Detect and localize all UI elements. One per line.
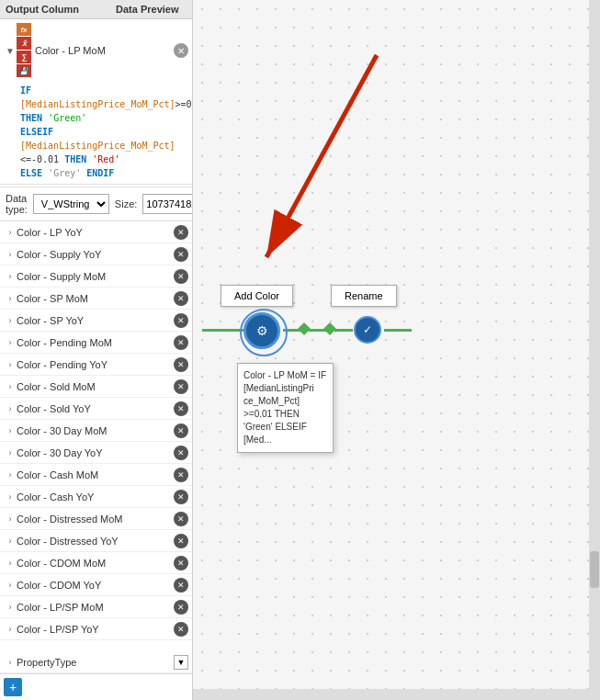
list-item[interactable]: › Color - LP/SP MoM ✕ (0, 596, 192, 618)
formula-icons: fx x̄ ∑ 💾 (17, 23, 33, 78)
row-chevron-icon: › (4, 228, 17, 237)
row-delete-icon[interactable]: ✕ (174, 291, 188, 306)
left-panel: Output Column Data Preview ▼ fx x̄ ∑ 💾 C… (0, 0, 193, 700)
row-delete-icon[interactable]: ✕ (174, 600, 188, 615)
row-delete-icon[interactable]: ✕ (174, 534, 188, 548)
size-input-container: ▲ ▼ (142, 194, 193, 214)
row-label: Color - CDOM YoY (17, 580, 174, 591)
list-item[interactable]: › Color - SP YoY ✕ (0, 310, 192, 332)
list-item[interactable]: › Color - Supply YoY ✕ (0, 243, 192, 265)
row-delete-icon[interactable]: ✕ (174, 490, 188, 504)
datatype-label: Data type: (6, 193, 28, 215)
row-delete-icon[interactable]: ✕ (174, 556, 188, 570)
scrollbar-thumb[interactable] (590, 551, 599, 588)
row-label: Color - Sold YoY (17, 403, 174, 414)
row-chevron-icon: › (4, 536, 17, 546)
row-delete-icon[interactable]: ✕ (174, 423, 188, 438)
row-chevron-icon: › (4, 360, 17, 369)
row-delete-icon[interactable]: ✕ (174, 401, 188, 416)
canvas-grid (193, 0, 600, 700)
row-label: Color - SP YoY (17, 315, 174, 326)
size-input[interactable] (143, 195, 193, 213)
list-container: › Color - LP YoY ✕ › Color - Supply YoY … (0, 221, 192, 651)
row-label: Color - Cash YoY (17, 491, 174, 502)
formula-node-icon: ⚙ (256, 323, 268, 338)
active-field-name: Color - LP MoM (35, 45, 174, 56)
row-delete-icon[interactable]: ✕ (174, 335, 188, 350)
row-label: Color - Supply MoM (17, 271, 174, 282)
row-chevron-icon: › (4, 603, 17, 612)
row-label: Color - Distressed MoM (17, 514, 174, 525)
list-item[interactable]: › Color - Supply MoM ✕ (0, 265, 192, 288)
row-chevron-icon: › (4, 316, 17, 325)
panel-header: Output Column Data Preview (0, 0, 192, 19)
row-label: Color - SP MoM (17, 293, 174, 304)
row-label: Color - 30 Day MoM (17, 425, 174, 436)
row-label: Color - Cash MoM (17, 469, 174, 480)
list-item[interactable]: › Color - Cash MoM ✕ (0, 464, 192, 486)
row-delete-icon[interactable]: ✕ (174, 313, 188, 328)
row-delete-icon[interactable]: ✕ (174, 379, 188, 394)
add-row: + (0, 673, 192, 700)
right-panel: Add Color Rename ⚙ ✓ Color - LP MoM = IF… (193, 0, 600, 700)
list-item[interactable]: › Color - CDOM MoM ✕ (0, 552, 192, 574)
active-row: ▼ fx x̄ ∑ 💾 Color - LP MoM ✕ IF [MedianL… (0, 19, 192, 187)
active-row-delete-icon[interactable]: ✕ (174, 43, 188, 58)
row-chevron-icon: › (4, 492, 17, 502)
formula-code: IF [MedianListingPrice_MoM_Pct]>=0.01 TH… (0, 80, 192, 185)
row-delete-icon[interactable]: ✕ (174, 578, 188, 593)
row-label: Color - Sold MoM (17, 381, 174, 392)
list-item[interactable]: › Color - Distressed MoM ✕ (0, 508, 192, 530)
right-scrollbar[interactable] (589, 0, 600, 700)
property-type-row[interactable]: › PropertyType ▼ (0, 651, 192, 673)
row-delete-icon[interactable]: ✕ (174, 446, 188, 460)
list-item[interactable]: › Color - 30 Day YoY ✕ (0, 442, 192, 464)
add-color-button[interactable]: Add Color (221, 285, 293, 307)
list-item[interactable]: › Color - Sold YoY ✕ (0, 398, 192, 420)
row-delete-icon[interactable]: ✕ (174, 468, 188, 482)
connector-line-mid3 (334, 329, 353, 332)
datatype-select[interactable]: V_WString WString String Int32 Double (33, 194, 109, 214)
row-chevron-icon: › (4, 448, 17, 457)
list-item[interactable]: › Color - Sold MoM ✕ (0, 376, 192, 398)
fx-icon: fx (17, 23, 31, 36)
data-preview-header: Data Preview (116, 4, 187, 15)
row-delete-icon[interactable]: ✕ (174, 269, 188, 284)
row-label: Color - 30 Day YoY (17, 447, 174, 458)
bottom-scrollbar[interactable] (193, 689, 589, 700)
list-item[interactable]: › Color - Pending YoY ✕ (0, 354, 192, 376)
list-item[interactable]: › Color - LP/SP YoY ✕ (0, 618, 192, 640)
row-chevron-icon: › (4, 581, 17, 590)
row-delete-icon[interactable]: ✕ (174, 247, 188, 262)
row-chevron-icon: › (4, 426, 17, 435)
row-delete-icon[interactable]: ✕ (174, 622, 188, 637)
row-delete-icon[interactable]: ✕ (174, 225, 188, 240)
row-expand-icon: › (4, 658, 17, 667)
chevron-down-icon[interactable]: ▼ (4, 44, 17, 57)
rename-button[interactable]: Rename (331, 285, 397, 307)
check-node[interactable]: ✓ (354, 316, 381, 344)
list-item[interactable]: › Color - SP MoM ✕ (0, 288, 192, 310)
output-column-header: Output Column (6, 4, 116, 15)
list-item[interactable]: › Color - CDOM YoY ✕ (0, 574, 192, 596)
list-item[interactable]: › Color - LP YoY ✕ (0, 221, 192, 243)
row-delete-icon[interactable]: ✕ (174, 357, 188, 372)
row-chevron-icon: › (4, 625, 17, 634)
row-label: Color - Pending MoM (17, 337, 174, 348)
row-chevron-icon: › (4, 470, 17, 480)
row-label: Color - CDOM MoM (17, 558, 174, 569)
row-delete-icon[interactable]: ✕ (174, 512, 188, 526)
property-type-dropdown-icon[interactable]: ▼ (174, 655, 188, 670)
row-label: Color - Distressed YoY (17, 536, 174, 547)
add-column-button[interactable]: + (4, 678, 22, 696)
list-item[interactable]: › Color - Cash YoY ✕ (0, 486, 192, 508)
row-chevron-icon: › (4, 514, 17, 524)
formula-node[interactable]: ⚙ (243, 312, 280, 349)
list-item[interactable]: › Color - 30 Day MoM ✕ (0, 420, 192, 442)
list-item[interactable]: › Color - Pending MoM ✕ (0, 332, 192, 354)
connector-line-right (384, 329, 412, 332)
row-label: Color - Pending YoY (17, 359, 174, 370)
row-chevron-icon: › (4, 272, 17, 281)
list-item[interactable]: › Color - Distressed YoY ✕ (0, 530, 192, 552)
active-row-header: ▼ fx x̄ ∑ 💾 Color - LP MoM ✕ (0, 21, 192, 80)
